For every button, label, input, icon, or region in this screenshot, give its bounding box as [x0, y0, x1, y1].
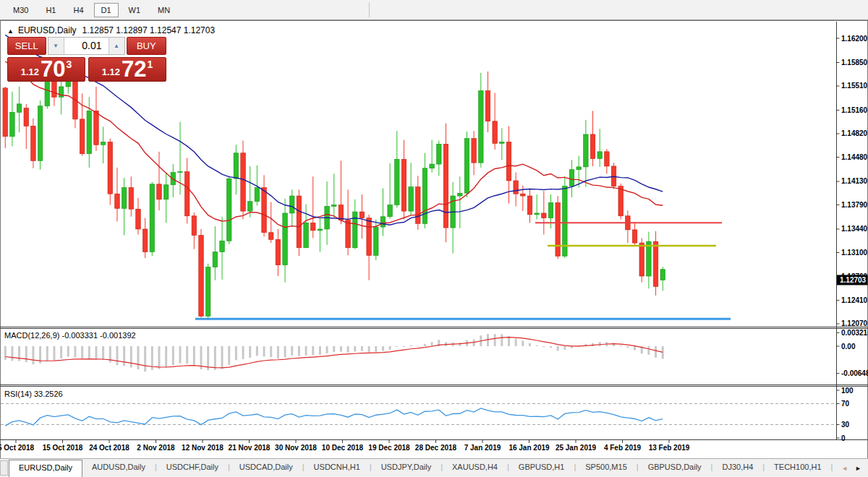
candle	[205, 264, 210, 320]
candle	[268, 202, 273, 243]
candle	[157, 152, 162, 210]
candles-layer	[3, 69, 665, 320]
candle	[150, 182, 155, 256]
candle	[626, 210, 631, 243]
timeframe-button-h4[interactable]: H4	[66, 3, 90, 17]
axis-label: 5 Oct 2018	[0, 444, 34, 452]
axis-label: 0.00	[841, 343, 856, 351]
candle	[59, 80, 64, 114]
sell-quote-sup: 3	[67, 59, 72, 70]
candle	[584, 120, 589, 187]
volume-decrease-icon[interactable]: ▼	[48, 38, 64, 54]
candle	[101, 126, 106, 163]
candle	[416, 176, 421, 230]
chart-tab-usdchf-daily[interactable]: USDCHF,Daily	[157, 459, 228, 477]
candle	[262, 175, 267, 236]
sell-quote-big: 70	[41, 59, 65, 80]
candle	[514, 173, 519, 207]
tab-strip: EURUSD,DailyAUDUSD,Daily|USDCHF,Daily|US…	[9, 459, 842, 477]
candle	[142, 218, 148, 258]
timeframe-button-w1[interactable]: W1	[122, 3, 148, 17]
chart-tab-tech100-h1[interactable]: TECH100,H1	[765, 459, 830, 477]
candle	[542, 191, 547, 234]
candle	[24, 104, 29, 149]
candle	[388, 163, 393, 219]
axis-label: 1.15510	[841, 82, 868, 90]
axis-label: 12 Nov 2018	[182, 444, 224, 452]
mt4-window: M30H1H4D1W1MN 1.162001.158501.155101.151…	[0, 0, 868, 477]
timeframe-button-h1[interactable]: H1	[38, 3, 63, 17]
axis-label: 1.14130	[841, 177, 868, 185]
sell-quote-prefix: 1.12	[21, 66, 39, 77]
candle	[535, 194, 540, 219]
buy-quote-button[interactable]: 1.12 72 1	[88, 57, 166, 82]
candle	[359, 194, 365, 239]
timeframe-buttons: M30H1H4D1W1MN	[0, 3, 179, 15]
chart-title: ▲EURUSD,Daily1.12857 1.12897 1.12547 1.1…	[7, 25, 215, 35]
macd-indicator-label: MACD(12,26,9) -0.003331 -0.001392	[4, 331, 136, 340]
chart-tab-usdcnh-h1[interactable]: USDCNH,H1	[305, 459, 370, 477]
chart-tab-eurusd-daily[interactable]: EURUSD,Daily	[9, 460, 82, 477]
candle	[605, 149, 610, 173]
candle	[17, 87, 22, 132]
candle	[163, 173, 169, 223]
candle	[38, 100, 43, 170]
chart-tab-sp500-m15[interactable]: SP500,M15	[576, 459, 636, 477]
axis-label: 13 Feb 2019	[649, 444, 690, 452]
candle	[409, 163, 414, 215]
axis-label: 25 Jan 2019	[556, 444, 597, 452]
axis-label: 1.12410	[841, 296, 868, 304]
candle	[527, 189, 532, 223]
rsi-line	[5, 408, 663, 426]
axis-label: 28 Dec 2018	[415, 444, 457, 452]
chart-title-symbol: EURUSD,Daily	[18, 25, 77, 35]
timeframe-button-mn[interactable]: MN	[150, 3, 177, 17]
rsi-indicator-label: RSI(14) 33.2526	[4, 390, 63, 398]
candle	[437, 141, 442, 176]
timeframe-button-m30[interactable]: M30	[6, 3, 35, 17]
sell-quote-button[interactable]: 1.12 70 3	[7, 57, 85, 82]
axis-label: 0	[841, 434, 846, 442]
candle	[500, 128, 505, 160]
volume-stepper: ▼ 0.01 ▲	[48, 37, 125, 55]
candle	[234, 145, 239, 194]
candle	[597, 129, 603, 167]
chart-tab-xauusd-h4[interactable]: XAUUSD,H4	[443, 459, 507, 477]
axis-label: 10 Dec 2018	[322, 444, 364, 452]
axis-label: 1.15160	[841, 106, 868, 114]
tabs-scroll-right-icon[interactable]: ►	[851, 465, 865, 472]
current-price-label: 1.12703	[840, 276, 867, 284]
tabs-scroll-left-icon[interactable]: ◄	[838, 465, 851, 472]
toolbar-separator	[369, 2, 370, 17]
axis-label: 1.12070	[841, 319, 868, 327]
timeframe-button-d1[interactable]: D1	[94, 3, 119, 17]
chart-title-ohlc: 1.12857 1.12897 1.12547 1.12703	[82, 25, 216, 35]
volume-input[interactable]: 0.01	[64, 38, 109, 54]
axis-label: 21 Nov 2018	[229, 444, 271, 452]
chart-tab-audusd-daily[interactable]: AUDUSD,Daily	[82, 459, 155, 477]
chart-tab-gbpusd-daily[interactable]: GBPUSD,Daily	[639, 459, 711, 477]
candle	[226, 176, 231, 244]
axis-label: 16 Jan 2019	[509, 444, 550, 452]
volume-increase-icon[interactable]: ▲	[109, 38, 124, 54]
buy-quote-prefix: 1.12	[102, 66, 120, 77]
axis-label: 1.13440	[841, 225, 868, 233]
chart-tab-usdcad-daily[interactable]: USDCAD,Daily	[230, 459, 302, 477]
candle	[331, 173, 336, 218]
chart-tab-gbpusd-h1[interactable]: GBPUSD,H1	[509, 459, 574, 477]
candle	[192, 212, 197, 249]
chart-tab-usdjpy-daily[interactable]: USDJPY,Daily	[372, 459, 441, 477]
candle	[395, 131, 400, 207]
axis-label: 1.16200	[841, 35, 868, 43]
candle	[325, 181, 330, 245]
chart-tab-dj30-h4[interactable]: DJ30,H4	[712, 459, 762, 477]
candle	[115, 168, 120, 222]
chart-canvas[interactable]: 1.162001.158501.155101.151601.148201.144…	[0, 20, 868, 458]
candle	[660, 267, 665, 291]
candle	[122, 178, 127, 235]
buy-button[interactable]: BUY	[127, 37, 166, 55]
axis-label: 24 Oct 2018	[89, 444, 129, 452]
candle	[639, 238, 644, 282]
trade-quotes-row: 1.12 70 3 1.12 72 1	[7, 57, 166, 82]
sell-button[interactable]: SELL	[7, 37, 46, 55]
